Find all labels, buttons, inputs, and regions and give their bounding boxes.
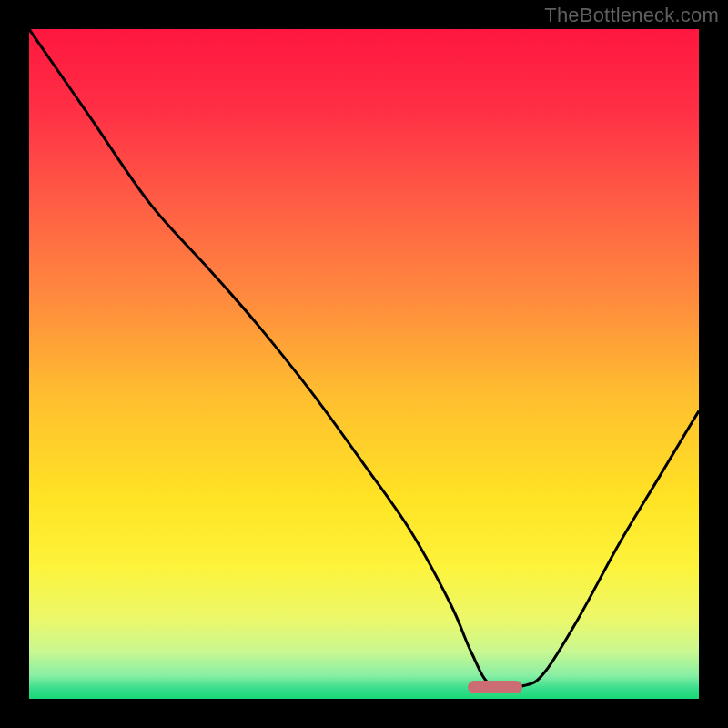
sweet-spot-marker	[468, 681, 522, 693]
watermark-text: TheBottleneck.com	[544, 4, 719, 27]
chart-area	[29, 29, 699, 699]
gradient-background	[29, 29, 699, 699]
chart-svg	[29, 29, 699, 699]
